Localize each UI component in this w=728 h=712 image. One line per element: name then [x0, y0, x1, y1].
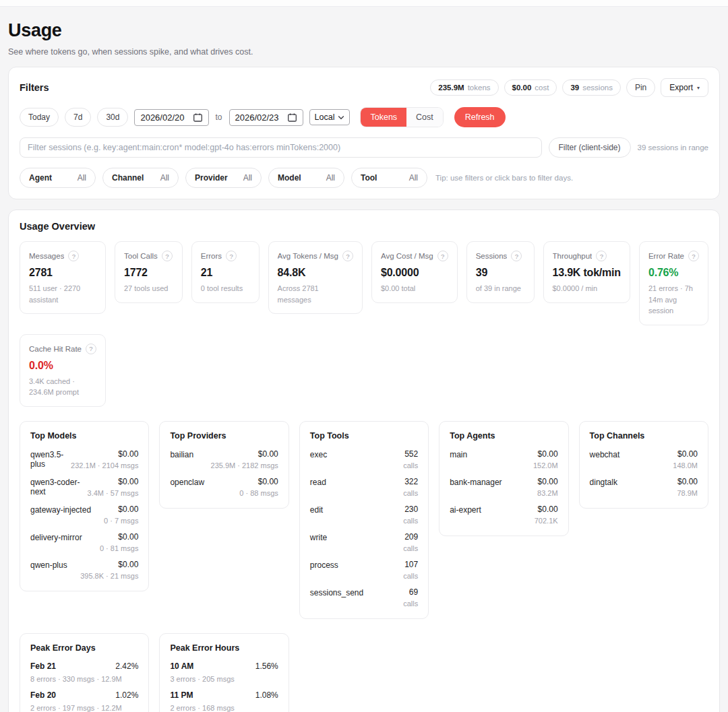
- stat-card: Error Rate?0.76%21 errors · 7h 14m avg s…: [639, 241, 708, 325]
- stat-label: Avg Tokens / Msg: [278, 252, 338, 260]
- stat-label: Tool Calls: [124, 252, 158, 260]
- list-item-right: $0.00232.1M · 2104 msgs: [71, 449, 138, 470]
- stat-label-row: Throughput?: [553, 251, 621, 261]
- list-item-value: 209: [403, 532, 418, 542]
- peak-list-peak-error-days: Peak Error DaysFeb 212.42%8 errors · 330…: [20, 633, 149, 712]
- mode-tokens-button[interactable]: Tokens: [361, 108, 406, 127]
- list-item-sub: calls: [403, 572, 418, 580]
- top-bar: [0, 0, 728, 7]
- range-button-7d[interactable]: 7d: [65, 108, 91, 127]
- range-button-today[interactable]: Today: [20, 108, 59, 127]
- facet-value: All: [409, 173, 418, 183]
- summary-pill: $0.00cost: [504, 79, 557, 96]
- summary-pill-value: 39: [570, 84, 579, 92]
- list-item-name: Feb 20: [30, 690, 56, 700]
- list-item[interactable]: delivery-mirror$0.000 · 81 msgs: [30, 532, 138, 552]
- pin-button[interactable]: Pin: [626, 78, 655, 97]
- list-item-name: edit: [310, 505, 323, 515]
- summary-pills: 235.9Mtokens$0.00cost39sessions: [430, 79, 621, 96]
- facet-value: All: [78, 173, 86, 183]
- peak-list-peak-error-hours: Peak Error Hours10 AM1.56%3 errors · 205…: [159, 633, 289, 712]
- list-item-sub: 395.8K · 21 msgs: [80, 572, 138, 580]
- usage-page: Usage See where tokens go, when sessions…: [0, 7, 728, 712]
- list-item-value: 552: [403, 449, 418, 459]
- facet-label: Tool: [361, 173, 377, 183]
- list-item-name: delivery-mirror: [30, 532, 82, 542]
- date-from-input[interactable]: 2026/02/20: [134, 109, 208, 126]
- stat-value: 21: [201, 267, 250, 279]
- top-list-top-channels: Top Channelswebchat$0.00148.0Mdingtalk$0…: [579, 421, 708, 509]
- facet-selects: AgentAllChannelAllProviderAllModelAllToo…: [20, 168, 427, 188]
- summary-pill-unit: cost: [535, 84, 549, 92]
- usage-overview-panel: Usage Overview Messages?2781511 user · 2…: [8, 209, 720, 712]
- help-icon[interactable]: ?: [68, 251, 79, 261]
- list-item[interactable]: qwen3-coder-next$0.003.4M · 57 msgs: [30, 477, 138, 497]
- list-item[interactable]: 11 PM1.08%2 errors · 168 msgs: [170, 690, 278, 712]
- session-filter-input[interactable]: [20, 137, 542, 158]
- stat-value: 1772: [124, 267, 173, 279]
- list-item-row: Feb 201.02%: [30, 690, 138, 700]
- list-item[interactable]: read322calls: [310, 477, 418, 497]
- list-item-right: 107calls: [403, 560, 418, 580]
- list-item[interactable]: openclaw$0.000 · 88 msgs: [170, 477, 278, 497]
- list-item[interactable]: qwen-plus$0.00395.8K · 21 msgs: [30, 560, 138, 580]
- facet-select-tool[interactable]: ToolAll: [351, 168, 427, 188]
- stat-sub: of 39 in range: [476, 283, 525, 294]
- list-item[interactable]: main$0.00152.0M: [450, 449, 557, 470]
- stat-label: Sessions: [476, 252, 508, 260]
- help-icon[interactable]: ?: [226, 251, 237, 261]
- list-item-name: ai-expert: [450, 505, 481, 515]
- help-icon[interactable]: ?: [86, 344, 96, 354]
- list-item[interactable]: exec552calls: [310, 449, 418, 470]
- facet-select-model[interactable]: ModelAll: [268, 168, 344, 188]
- list-item-name: main: [450, 449, 467, 459]
- timezone-select[interactable]: Local: [309, 109, 351, 125]
- range-button-30d[interactable]: 30d: [97, 108, 128, 127]
- list-item-name: process: [310, 560, 338, 570]
- export-button[interactable]: Export ▾: [661, 78, 708, 97]
- list-item[interactable]: write209calls: [310, 532, 418, 552]
- list-item-sub: 78.9M: [677, 489, 698, 497]
- help-icon[interactable]: ?: [342, 251, 353, 261]
- list-item[interactable]: Feb 212.42%8 errors · 330 msgs · 12.9M: [30, 661, 138, 683]
- date-to-input[interactable]: 2026/02/23: [229, 109, 303, 126]
- list-card-title: Top Tools: [310, 431, 418, 441]
- help-icon[interactable]: ?: [162, 251, 173, 261]
- top-list-top-models: Top Modelsqwen3.5-plus$0.00232.1M · 2104…: [20, 421, 149, 591]
- usage-overview-title: Usage Overview: [20, 221, 708, 232]
- list-item[interactable]: Feb 201.02%2 errors · 197 msgs · 12.2M: [30, 690, 138, 712]
- help-icon[interactable]: ?: [511, 251, 522, 261]
- list-item[interactable]: dingtalk$0.0078.9M: [590, 477, 698, 497]
- list-item[interactable]: gateway-injected$0.000 · 7 msgs: [30, 505, 138, 525]
- list-item[interactable]: 10 AM1.56%3 errors · 205 msgs: [170, 661, 278, 683]
- list-card-title: Top Providers: [170, 431, 278, 441]
- stat-sub: 0 tool results: [201, 283, 250, 294]
- list-item-name: 11 PM: [170, 690, 193, 700]
- facet-select-agent[interactable]: AgentAll: [20, 168, 96, 188]
- list-item-value: $0.00: [88, 477, 139, 486]
- stats-grid: Messages?2781511 user · 2270 assistantTo…: [20, 241, 708, 407]
- list-item-value: 1.56%: [255, 661, 278, 671]
- help-icon[interactable]: ?: [437, 251, 448, 261]
- date-range-to-label: to: [216, 112, 222, 122]
- stat-card: Errors?210 tool results: [191, 241, 260, 303]
- list-item[interactable]: bank-manager$0.0083.2M: [450, 477, 557, 497]
- help-icon[interactable]: ?: [596, 251, 607, 261]
- list-item[interactable]: sessions_send69calls: [310, 587, 418, 608]
- list-item[interactable]: bailian$0.00235.9M · 2182 msgs: [170, 449, 278, 470]
- mode-cost-button[interactable]: Cost: [406, 108, 443, 127]
- filters-summary: 235.9Mtokens$0.00cost39sessions Pin Expo…: [430, 78, 708, 97]
- list-item-right: 209calls: [403, 532, 418, 552]
- list-item[interactable]: webchat$0.00148.0M: [590, 449, 698, 470]
- facet-select-provider[interactable]: ProviderAll: [185, 168, 262, 188]
- list-item-sub: 8 errors · 330 msgs · 12.9M: [30, 675, 138, 683]
- list-item[interactable]: qwen3.5-plus$0.00232.1M · 2104 msgs: [30, 449, 138, 470]
- help-icon[interactable]: ?: [688, 251, 699, 261]
- list-item[interactable]: ai-expert$0.00702.1K: [450, 505, 557, 525]
- chevron-down-icon: [338, 115, 344, 120]
- facet-select-channel[interactable]: ChannelAll: [102, 168, 179, 188]
- list-item[interactable]: process107calls: [310, 560, 418, 580]
- list-item[interactable]: edit230calls: [310, 505, 418, 525]
- client-filter-button[interactable]: Filter (client-side): [549, 137, 631, 158]
- refresh-button[interactable]: Refresh: [454, 107, 506, 127]
